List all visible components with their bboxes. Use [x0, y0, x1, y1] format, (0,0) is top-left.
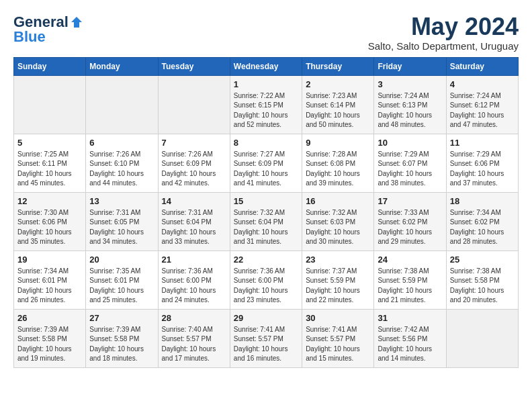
- day-number: 25: [450, 255, 515, 265]
- day-number: 13: [89, 196, 154, 206]
- day-info: Sunrise: 7:26 AMSunset: 6:10 PMDaylight:…: [89, 150, 154, 189]
- calendar-cell: 19Sunrise: 7:34 AMSunset: 6:01 PMDayligh…: [14, 250, 86, 309]
- day-number: 17: [378, 196, 442, 206]
- day-number: 15: [234, 196, 298, 206]
- calendar-cell: 16Sunrise: 7:32 AMSunset: 6:03 PMDayligh…: [302, 192, 374, 250]
- calendar-cell: 11Sunrise: 7:29 AMSunset: 6:06 PMDayligh…: [446, 134, 518, 192]
- calendar-cell: 12Sunrise: 7:30 AMSunset: 6:06 PMDayligh…: [14, 192, 86, 250]
- header-day-friday: Friday: [374, 57, 446, 75]
- title-section: May 2024 Salto, Salto Department, Urugua…: [368, 13, 519, 52]
- day-number: 6: [89, 138, 154, 148]
- day-info: Sunrise: 7:22 AMSunset: 6:15 PMDaylight:…: [234, 91, 298, 130]
- day-info: Sunrise: 7:23 AMSunset: 6:14 PMDaylight:…: [306, 91, 370, 130]
- day-number: 19: [17, 255, 82, 265]
- day-info: Sunrise: 7:39 AMSunset: 5:58 PMDaylight:…: [89, 325, 154, 364]
- day-info: Sunrise: 7:38 AMSunset: 5:58 PMDaylight:…: [450, 267, 515, 306]
- calendar-cell: 5Sunrise: 7:25 AMSunset: 6:11 PMDaylight…: [14, 134, 86, 192]
- day-info: Sunrise: 7:31 AMSunset: 6:05 PMDaylight:…: [89, 208, 154, 247]
- day-number: 28: [162, 313, 226, 323]
- header-day-wednesday: Wednesday: [230, 57, 302, 75]
- header-day-saturday: Saturday: [446, 57, 518, 75]
- day-info: Sunrise: 7:29 AMSunset: 6:07 PMDaylight:…: [378, 150, 442, 189]
- day-info: Sunrise: 7:36 AMSunset: 6:00 PMDaylight:…: [234, 267, 298, 306]
- day-info: Sunrise: 7:33 AMSunset: 6:02 PMDaylight:…: [378, 208, 442, 247]
- day-number: 22: [234, 255, 298, 265]
- calendar-cell: [14, 75, 86, 134]
- calendar-cell: [86, 75, 158, 134]
- week-row-3: 12Sunrise: 7:30 AMSunset: 6:06 PMDayligh…: [14, 192, 519, 250]
- svg-marker-0: [71, 17, 82, 28]
- day-info: Sunrise: 7:41 AMSunset: 5:57 PMDaylight:…: [306, 325, 370, 364]
- header-day-monday: Monday: [86, 57, 158, 75]
- page-header: General Blue May 2024 Salto, Salto Depar…: [13, 13, 519, 52]
- calendar-cell: 30Sunrise: 7:41 AMSunset: 5:57 PMDayligh…: [302, 309, 374, 367]
- header-day-thursday: Thursday: [302, 57, 374, 75]
- calendar-header-row: SundayMondayTuesdayWednesdayThursdayFrid…: [14, 57, 519, 75]
- header-day-sunday: Sunday: [14, 57, 86, 75]
- day-info: Sunrise: 7:29 AMSunset: 6:06 PMDaylight:…: [450, 150, 515, 189]
- logo-blue: Blue: [13, 28, 46, 46]
- day-info: Sunrise: 7:32 AMSunset: 6:04 PMDaylight:…: [234, 208, 298, 247]
- day-number: 8: [234, 138, 298, 148]
- day-info: Sunrise: 7:42 AMSunset: 5:56 PMDaylight:…: [378, 325, 442, 364]
- location: Salto, Salto Department, Uruguay: [368, 40, 519, 52]
- calendar-cell: 31Sunrise: 7:42 AMSunset: 5:56 PMDayligh…: [374, 309, 446, 367]
- day-number: 31: [378, 313, 442, 323]
- day-number: 20: [89, 255, 154, 265]
- calendar-cell: 3Sunrise: 7:24 AMSunset: 6:13 PMDaylight…: [374, 75, 446, 134]
- day-info: Sunrise: 7:26 AMSunset: 6:09 PMDaylight:…: [162, 150, 226, 189]
- day-info: Sunrise: 7:40 AMSunset: 5:57 PMDaylight:…: [162, 325, 226, 364]
- day-info: Sunrise: 7:39 AMSunset: 5:58 PMDaylight:…: [17, 325, 82, 364]
- day-info: Sunrise: 7:24 AMSunset: 6:12 PMDaylight:…: [450, 91, 515, 130]
- day-info: Sunrise: 7:24 AMSunset: 6:13 PMDaylight:…: [378, 91, 442, 130]
- calendar-cell: 1Sunrise: 7:22 AMSunset: 6:15 PMDaylight…: [230, 75, 302, 134]
- calendar-cell: [446, 309, 518, 367]
- calendar-cell: 13Sunrise: 7:31 AMSunset: 6:05 PMDayligh…: [86, 192, 158, 250]
- day-number: 14: [162, 196, 226, 206]
- day-info: Sunrise: 7:37 AMSunset: 5:59 PMDaylight:…: [306, 267, 370, 306]
- calendar-cell: 29Sunrise: 7:41 AMSunset: 5:57 PMDayligh…: [230, 309, 302, 367]
- day-number: 24: [378, 255, 442, 265]
- calendar-cell: 10Sunrise: 7:29 AMSunset: 6:07 PMDayligh…: [374, 134, 446, 192]
- day-number: 30: [306, 313, 370, 323]
- calendar-cell: 20Sunrise: 7:35 AMSunset: 6:01 PMDayligh…: [86, 250, 158, 309]
- calendar-cell: 18Sunrise: 7:34 AMSunset: 6:02 PMDayligh…: [446, 192, 518, 250]
- calendar-cell: [158, 75, 230, 134]
- calendar-cell: 14Sunrise: 7:31 AMSunset: 6:04 PMDayligh…: [158, 192, 230, 250]
- day-number: 18: [450, 196, 515, 206]
- day-info: Sunrise: 7:41 AMSunset: 5:57 PMDaylight:…: [234, 325, 298, 364]
- calendar-cell: 9Sunrise: 7:28 AMSunset: 6:08 PMDaylight…: [302, 134, 374, 192]
- week-row-1: 1Sunrise: 7:22 AMSunset: 6:15 PMDaylight…: [14, 75, 519, 134]
- calendar-cell: 8Sunrise: 7:27 AMSunset: 6:09 PMDaylight…: [230, 134, 302, 192]
- calendar-cell: 22Sunrise: 7:36 AMSunset: 6:00 PMDayligh…: [230, 250, 302, 309]
- calendar-cell: 2Sunrise: 7:23 AMSunset: 6:14 PMDaylight…: [302, 75, 374, 134]
- calendar-cell: 21Sunrise: 7:36 AMSunset: 6:00 PMDayligh…: [158, 250, 230, 309]
- day-number: 3: [378, 79, 442, 89]
- header-day-tuesday: Tuesday: [158, 57, 230, 75]
- day-number: 1: [234, 79, 298, 89]
- calendar-cell: 24Sunrise: 7:38 AMSunset: 5:59 PMDayligh…: [374, 250, 446, 309]
- day-info: Sunrise: 7:25 AMSunset: 6:11 PMDaylight:…: [17, 150, 82, 189]
- day-number: 21: [162, 255, 226, 265]
- calendar-cell: 23Sunrise: 7:37 AMSunset: 5:59 PMDayligh…: [302, 250, 374, 309]
- day-info: Sunrise: 7:31 AMSunset: 6:04 PMDaylight:…: [162, 208, 226, 247]
- day-info: Sunrise: 7:27 AMSunset: 6:09 PMDaylight:…: [234, 150, 298, 189]
- day-number: 10: [378, 138, 442, 148]
- day-info: Sunrise: 7:36 AMSunset: 6:00 PMDaylight:…: [162, 267, 226, 306]
- day-number: 16: [306, 196, 370, 206]
- day-info: Sunrise: 7:30 AMSunset: 6:06 PMDaylight:…: [17, 208, 82, 247]
- calendar-cell: 17Sunrise: 7:33 AMSunset: 6:02 PMDayligh…: [374, 192, 446, 250]
- calendar-cell: 27Sunrise: 7:39 AMSunset: 5:58 PMDayligh…: [86, 309, 158, 367]
- month-title: May 2024: [368, 13, 519, 40]
- calendar-cell: 26Sunrise: 7:39 AMSunset: 5:58 PMDayligh…: [14, 309, 86, 367]
- day-number: 7: [162, 138, 226, 148]
- logo-icon: [70, 15, 83, 29]
- day-info: Sunrise: 7:35 AMSunset: 6:01 PMDaylight:…: [89, 267, 154, 306]
- day-info: Sunrise: 7:28 AMSunset: 6:08 PMDaylight:…: [306, 150, 370, 189]
- day-number: 9: [306, 138, 370, 148]
- day-number: 5: [17, 138, 82, 148]
- day-info: Sunrise: 7:34 AMSunset: 6:01 PMDaylight:…: [17, 267, 82, 306]
- logo: General Blue: [13, 13, 83, 46]
- calendar-cell: 25Sunrise: 7:38 AMSunset: 5:58 PMDayligh…: [446, 250, 518, 309]
- day-info: Sunrise: 7:38 AMSunset: 5:59 PMDaylight:…: [378, 267, 442, 306]
